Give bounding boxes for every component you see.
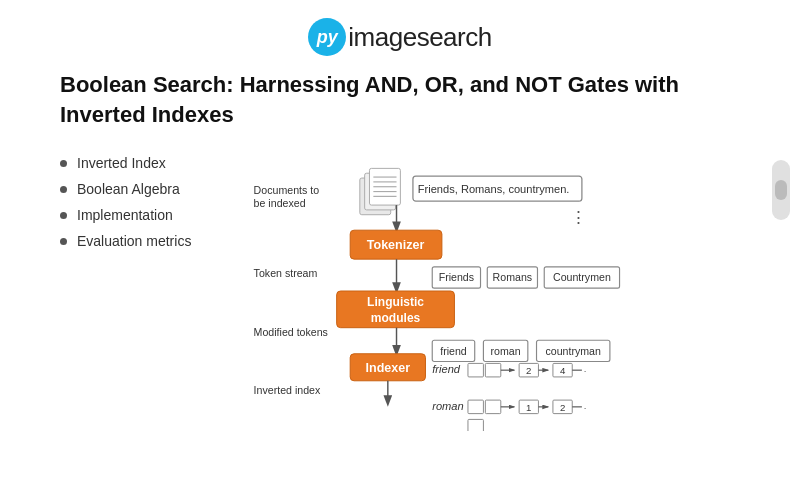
bullet-dot (60, 238, 67, 245)
friend-italic: friend (432, 363, 461, 375)
countryman-token: countryman (545, 345, 601, 357)
bullet-dot (60, 160, 67, 167)
bullet-list: Inverted Index Boolean Algebra Implement… (60, 155, 230, 249)
roman-token: roman (491, 345, 521, 357)
svg-rect-29 (468, 400, 483, 414)
svg-rect-23 (485, 364, 500, 378)
svg-rect-36 (468, 420, 483, 432)
modified-tokens-label: Modified tokens (254, 327, 328, 339)
list-item: Implementation (60, 207, 230, 223)
tokenizer-label: Tokenizer (367, 239, 425, 253)
documents-label2: be indexed (254, 197, 306, 209)
list-item: Inverted Index (60, 155, 230, 171)
left-panel: Inverted Index Boolean Algebra Implement… (60, 151, 230, 431)
slide-content: Boolean Search: Harnessing AND, OR, and … (0, 70, 800, 431)
content-row: Inverted Index Boolean Algebra Implement… (60, 151, 740, 431)
ellipsis: ⋮ (570, 208, 587, 228)
friends-token: Friends (439, 272, 474, 284)
header: py imagesearch (0, 0, 800, 70)
token-stream-label: Token stream (254, 267, 318, 279)
list-item: Evaluation metrics (60, 233, 230, 249)
logo-text: imagesearch (348, 22, 491, 53)
dash1: · (584, 365, 587, 376)
countrymen-token: Countrymen (553, 272, 611, 284)
num-2: 2 (526, 365, 531, 376)
doc-text: Friends, Romans, countrymen. (418, 183, 570, 195)
linguistic-label1: Linguistic (367, 296, 424, 310)
slide-title: Boolean Search: Harnessing AND, OR, and … (60, 70, 740, 129)
num-4: 4 (560, 365, 566, 376)
svg-rect-22 (468, 364, 483, 378)
documents-label: Documents to (254, 185, 320, 197)
inverted-index-label: Inverted index (254, 385, 321, 397)
indexer-label: Indexer (366, 361, 411, 375)
list-item: Boolean Algebra (60, 181, 230, 197)
diagram-svg: Documents to be indexed Token stream Mod… (250, 151, 740, 431)
diagram: Documents to be indexed Token stream Mod… (250, 151, 740, 431)
svg-rect-30 (485, 400, 500, 414)
num-1a: 1 (526, 402, 531, 413)
dash2: · (584, 402, 587, 413)
linguistic-label2: modules (371, 311, 421, 325)
scroll-indicator[interactable] (772, 160, 790, 220)
friend-token: friend (440, 345, 467, 357)
romans-token: Romans (493, 272, 533, 284)
scroll-thumb (775, 180, 787, 200)
roman-italic: roman (432, 400, 463, 412)
bullet-dot (60, 186, 67, 193)
bullet-dot (60, 212, 67, 219)
num-2b: 2 (560, 402, 565, 413)
logo-icon: py (308, 18, 346, 56)
